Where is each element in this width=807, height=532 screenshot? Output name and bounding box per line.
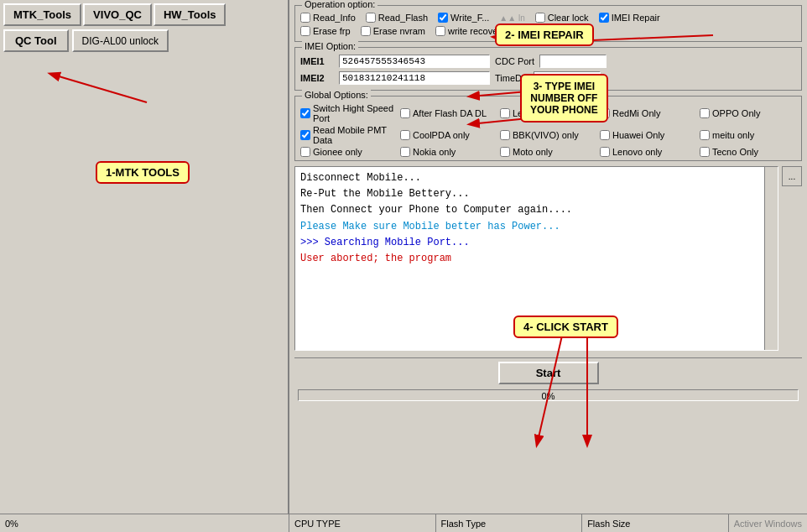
check-imei-repair[interactable]: IMEI Repair — [599, 13, 660, 23]
check-erase-frp[interactable]: Erase frp — [300, 26, 351, 36]
tab-hw-tools[interactable]: HW_Tools — [154, 3, 226, 26]
check-read-info[interactable]: Read_Info — [300, 13, 356, 23]
check-nokia[interactable]: Nokia only — [400, 147, 497, 157]
check-read-mobile[interactable]: Read Mobile PMT Data — [300, 125, 397, 145]
console-line-6: User aborted; the program — [300, 251, 773, 267]
imei2-label: IMEI2 — [300, 73, 334, 83]
imei1-row: IMEI1 CDC Port — [300, 55, 796, 68]
cdc-input[interactable] — [539, 55, 607, 68]
progress-bar: 0% — [298, 389, 799, 401]
left-panel: MTK_Tools VIVO_QC HW_Tools QC Tool DIG-A… — [0, 0, 289, 532]
check-write-flash[interactable]: Write_F... — [438, 13, 489, 23]
callout-imei-repair: 2- IMEI REPAIR — [495, 23, 594, 46]
check-gionee[interactable]: Gionee only — [300, 147, 397, 157]
check-huawei[interactable]: Huawei Only — [600, 125, 696, 145]
start-bar: Start — [294, 357, 802, 388]
check-redmi[interactable]: RedMi Only — [600, 103, 696, 123]
imei-group-label: IMEI Option: — [302, 41, 358, 51]
dig-unlock-button[interactable]: DIG-AL00 unlock — [72, 29, 169, 52]
check-lenovo[interactable]: Lenovo only — [600, 147, 696, 157]
check-coolpda[interactable]: CoolPDA only — [400, 125, 497, 145]
check-moto[interactable]: Moto only — [500, 147, 596, 157]
cpu-type-col: CPU TYPE — [289, 514, 436, 532]
flash-size-col: Flash Size — [582, 514, 729, 532]
start-button[interactable]: Start — [498, 362, 599, 384]
check-switch-speed[interactable]: Switch Hight Speed Port — [300, 103, 397, 123]
qc-tool-button[interactable]: QC Tool — [3, 29, 69, 52]
check-erase-nvram[interactable]: Erase nvram — [361, 26, 425, 36]
check-bbk[interactable]: BBK(VIVO) only — [500, 125, 596, 145]
windows-label: Activer Windows — [729, 519, 807, 529]
console-scrollbar[interactable] — [764, 167, 778, 350]
tab-buttons-row: MTK_Tools VIVO_QC HW_Tools — [0, 0, 288, 28]
right-inner: Operation option: Read_Info Read_Flash W… — [294, 5, 802, 403]
flash-type-col: Flash Type — [436, 514, 583, 532]
bottom-bar: 0% CPU TYPE Flash Type Flash Size Active… — [0, 514, 807, 532]
console-line-2: Re-Put the Mobile Bettery... — [300, 186, 773, 202]
tab-mtk-tools[interactable]: MTK_Tools — [3, 3, 81, 26]
console-line-5: >>> Searching Mobile Port... — [300, 235, 773, 251]
console-line-3: Then Connect your Phone to Computer agai… — [300, 202, 773, 218]
console-line-4: Please Make sure Mobile better has Power… — [300, 219, 773, 235]
check-oppo[interactable]: OPPO Only — [700, 103, 796, 123]
check-read-flash[interactable]: Read_Flash — [366, 13, 428, 23]
progress-bar-area: 0% — [294, 388, 802, 403]
operation-group-label: Operation option: — [302, 0, 377, 9]
second-buttons-row: QC Tool DIG-AL00 unlock — [0, 28, 288, 55]
console-text-area: Disconnect Mobile... Re-Put the Mobile B… — [295, 167, 778, 270]
left-content: 1-MTK TOOLS — [3, 59, 284, 512]
imei1-input[interactable] — [339, 55, 490, 68]
check-meitu[interactable]: meitu only — [700, 125, 796, 145]
global-options-label: Global Options: — [302, 90, 371, 100]
check-clear-lock[interactable]: Clear lock — [535, 13, 589, 23]
progress-text: 0% — [299, 390, 798, 402]
console-line-1: Disconnect Mobile... — [300, 170, 773, 186]
callout-mtk-tools: 1-MTK TOOLS — [96, 161, 190, 184]
imei1-label: IMEI1 — [300, 56, 334, 66]
check-tecno[interactable]: Tecno Only — [700, 147, 796, 157]
cdc-label: CDC Port — [495, 56, 534, 66]
tab-vivo-qc[interactable]: VIVO_QC — [83, 3, 152, 26]
bottom-left-progress: 0% — [0, 514, 289, 532]
scroll-button[interactable]: ... — [782, 166, 802, 186]
imei2-input[interactable] — [339, 71, 490, 85]
callout-type-imei: 3- TYPE IMEINUMBER OFFYOUR PHONE — [520, 74, 608, 123]
operation-row1: Read_Info Read_Flash Write_F... ▲▲ ln Cl… — [300, 13, 796, 23]
callout-click-start: 4- CLICK START — [513, 316, 618, 338]
bottom-cols: CPU TYPE Flash Type Flash Size — [289, 514, 729, 532]
check-after-flash[interactable]: After Flash DA DL — [400, 103, 497, 123]
